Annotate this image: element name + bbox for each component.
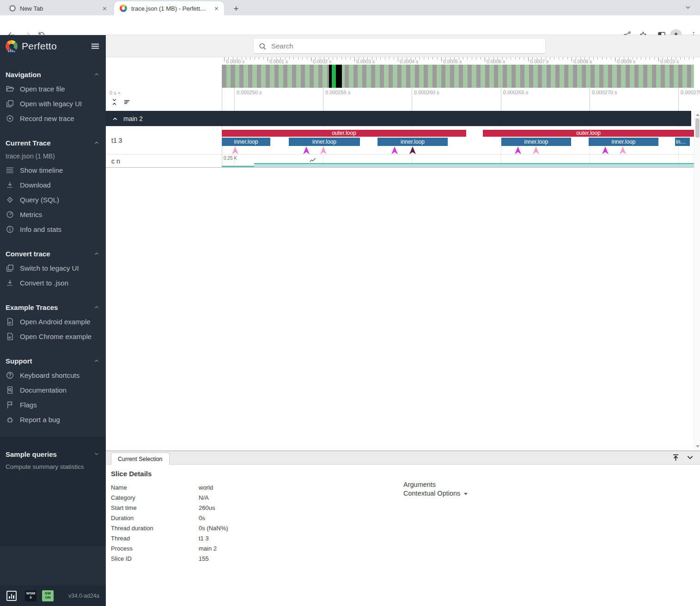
instant-marker-magenta[interactable] (391, 146, 398, 154)
chevron-down-icon (93, 450, 100, 458)
tab-close-icon[interactable] (100, 4, 109, 12)
sidebar-item-report-a-bug[interactable]: Report a bug (0, 412, 106, 427)
viewport-tick (323, 88, 323, 111)
tab-close-icon[interactable] (212, 4, 220, 12)
sidebar-item-compute-summary-statistics[interactable]: Compute summary statistics (0, 461, 106, 472)
sidebar-item-download[interactable]: Download (0, 177, 106, 192)
vertical-scrollbar[interactable] (694, 111, 700, 450)
search-bar[interactable] (254, 39, 545, 53)
collapse-tracks-icon[interactable] (110, 98, 118, 106)
new-tab-button[interactable]: + (230, 3, 242, 15)
scroll-up-icon[interactable] (696, 114, 700, 116)
counter-segment-high[interactable] (254, 163, 694, 167)
section-header-support[interactable]: Support (0, 354, 106, 368)
viewport-selection-center (332, 65, 336, 88)
sidebar-item-switch-to-legacy-ui[interactable]: Switch to legacy UI (0, 261, 106, 275)
section-header-navigation[interactable]: Navigation (0, 67, 106, 81)
instant-marker-dark[interactable] (409, 146, 416, 154)
detail-value: world (199, 484, 213, 491)
time-label: 0.0007 s (530, 59, 548, 64)
timeline-icon (6, 166, 14, 175)
sidebar-item-label: Convert to .json (20, 279, 68, 287)
section-title: Sample queries (6, 450, 93, 458)
instant-marker-magenta[interactable] (515, 146, 521, 154)
slice-outer-loop[interactable]: outer.loop (483, 130, 694, 137)
viewport-time-label: 0.000250 s (237, 90, 262, 95)
sidebar-item-documentation[interactable]: Documentation (0, 382, 106, 397)
menu-hamburger-icon[interactable] (90, 41, 100, 51)
section-header-current-trace[interactable]: Current Trace (0, 136, 106, 150)
counter-track-label[interactable]: c n (111, 158, 120, 165)
scrollbar-thumb[interactable] (695, 118, 700, 138)
time-label: 0.0000 s (226, 59, 244, 64)
sidebar-item-label: Report a bug (20, 416, 60, 424)
slice-inner-loop[interactable]: inner.loop (377, 138, 448, 146)
tab-title: trace.json (1 MB) - Perfetto UI (131, 5, 208, 12)
tab-new-tab[interactable]: New Tab (5, 1, 112, 15)
slice-outer-loop[interactable]: outer.loop (222, 130, 466, 137)
sidebar-item-keyboard-shortcuts[interactable]: Keyboard shortcuts (0, 368, 106, 382)
sidebar-item-label: Compute summary statistics (6, 463, 84, 470)
sidebar-item-open-trace-file[interactable]: Open trace file (0, 81, 106, 96)
section-title: Support (6, 357, 93, 365)
contextual-options-dropdown[interactable]: Contextual Options (403, 490, 468, 497)
instant-marker-pink[interactable] (320, 146, 327, 154)
instant-marker-magenta[interactable] (602, 146, 609, 154)
detail-label: Duration (111, 515, 199, 521)
sidebar-item-open-with-legacy-ui[interactable]: Open with legacy UI (0, 96, 106, 111)
search-input[interactable] (271, 42, 541, 50)
tab-perfetto[interactable]: trace.json (1 MB) - Perfetto UI (114, 1, 224, 15)
collapse-panel-icon[interactable] (686, 453, 694, 462)
trace-overview-minimap[interactable] (222, 65, 694, 88)
detail-label: Thread (111, 535, 199, 542)
chevron-up-icon[interactable] (111, 115, 119, 122)
major-tick (528, 57, 529, 61)
instant-marker-pink[interactable] (533, 146, 539, 154)
sidebar-item-label: Query (SQL) (20, 196, 59, 204)
viewport-time-ruler: 0 s + 0.000250 s 0.000255 s 0.000260 s 0… (106, 88, 700, 111)
slice-inner-loop[interactable]: inner.loop (589, 138, 658, 146)
download-icon (6, 279, 14, 287)
detail-label: Process (111, 545, 199, 552)
slice-inner-loop[interactable]: inner.loop (675, 138, 690, 146)
track-area[interactable]: t1 3 c n outer.loopouter.loopinner.loopi… (106, 126, 694, 168)
sidebar-item-convert-to-json[interactable]: Convert to .json (0, 275, 106, 290)
detail-row-slice-id: Slice ID 155 (111, 553, 228, 564)
sidebar-item-show-timeline[interactable]: Show timeline (0, 163, 106, 177)
sidebar-item-label: Info and stats (20, 225, 61, 233)
slice-inner-loop[interactable]: inner.loop (501, 138, 571, 146)
instant-marker-pink[interactable] (232, 146, 238, 154)
sidebar-item-label: Record new trace (20, 115, 74, 122)
sidebar-item-query-sql[interactable]: Query (SQL) (0, 192, 106, 207)
instant-marker-magenta[interactable] (303, 146, 310, 154)
thread-track-label[interactable]: t1 3 (111, 137, 122, 144)
sidebar-item-metrics[interactable]: Metrics (0, 207, 106, 222)
tab-list-chevron-icon[interactable] (684, 4, 692, 11)
section-header-sample-queries[interactable]: Sample queries (0, 447, 106, 461)
process-group-header-main2[interactable]: main 2 (106, 111, 691, 126)
scroll-down-icon[interactable] (696, 445, 700, 448)
detail-row-start-time: Start time 260us (111, 503, 228, 513)
sidebar-item-label: Open Android example (20, 318, 91, 326)
sidebar-item-open-chrome-example[interactable]: Open Chrome example (0, 329, 106, 344)
sidebar-item-info-and-stats[interactable]: Info and stats (0, 222, 106, 236)
detail-label: Name (111, 484, 199, 491)
track-separator (106, 154, 694, 155)
slice-inner-loop[interactable]: inner.loop (289, 138, 360, 146)
sidebar-item-flags[interactable]: Flags (0, 397, 106, 412)
tab-current-selection[interactable]: Current Selection (111, 453, 170, 465)
section-header-example-traces[interactable]: Example Traces (0, 300, 106, 314)
slice-inner-loop[interactable]: inner.loop (222, 138, 270, 146)
counter-segment-low[interactable] (222, 166, 254, 167)
chart-bar-icon[interactable] (6, 591, 17, 601)
detail-value: 0s (NaN%) (199, 525, 228, 532)
major-tick (268, 57, 268, 61)
sidebar-item-open-android-example[interactable]: Open Android example (0, 314, 106, 329)
viewport-selection[interactable] (329, 65, 342, 88)
sidebar-item-record-new-trace[interactable]: Record new trace (0, 111, 106, 126)
sort-tracks-icon[interactable] (123, 98, 132, 106)
instant-marker-pink[interactable] (620, 146, 626, 154)
expand-panel-icon[interactable] (671, 453, 680, 462)
detail-row-thread-duration: Thread duration 0s (NaN%) (111, 523, 228, 533)
section-header-convert-trace[interactable]: Convert trace (0, 247, 106, 261)
